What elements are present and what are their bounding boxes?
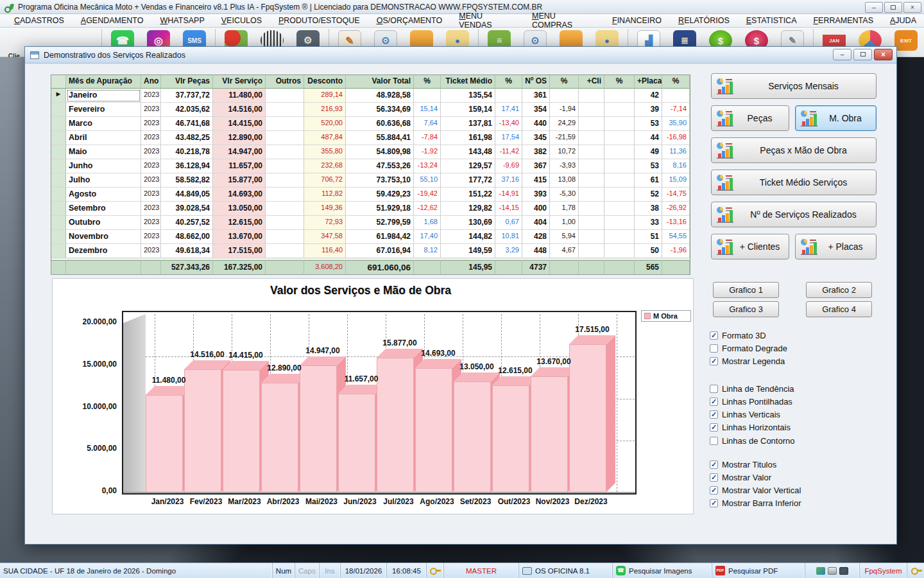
table-row-setembro[interactable]: Setembro202339.028,5413.050,00149,3651.9…: [51, 202, 690, 216]
dialog-close-button[interactable]: ×: [874, 49, 893, 60]
column-header-outros[interactable]: Outros: [266, 75, 304, 89]
checkbox-mostrar-barra-inferior[interactable]: ✓: [710, 499, 718, 507]
checkbox-mostrar-legenda[interactable]: ✓: [710, 357, 718, 365]
button-grafico-3[interactable]: Grafico 3: [713, 301, 779, 317]
table-row-julho[interactable]: Julho202358.582,8215.877,00706,7273.753,…: [51, 173, 690, 188]
column-header-pct_total[interactable]: %: [414, 75, 441, 89]
checkbox-row-formato-degrade[interactable]: Formato Degrade: [710, 343, 787, 353]
menu-os-or-amento[interactable]: OS/ORÇAMENTO: [369, 15, 450, 26]
side-button-pe-as-x-m-o-de-obra[interactable]: Peças x Mão de Obra: [711, 137, 877, 163]
side-button-pe-as[interactable]: Peças: [711, 105, 789, 131]
checkbox-row-mostrar-titulos[interactable]: ✓Mostrar Titulos: [710, 459, 776, 469]
toolbar-clientes-button[interactable]: Clie: [1, 29, 27, 60]
column-header-ano[interactable]: Ano: [141, 75, 161, 89]
checkbox-linha-de-tend-ncia[interactable]: [710, 385, 718, 393]
dialog-minimize-button[interactable]: –: [833, 49, 851, 60]
cell-os: 428: [522, 230, 550, 244]
menu-whatsapp[interactable]: WHATSAPP: [153, 15, 212, 26]
close-button[interactable]: ×: [903, 2, 921, 13]
table-row-abril[interactable]: Abril202343.482,2512.890,00487,8455.884,…: [51, 131, 690, 145]
table-row-outubro[interactable]: Outubro202340.257,5212.615,0072,9352.799…: [51, 216, 690, 230]
checkbox-row-linhas-horizontais[interactable]: ✓Linhas Horizontais: [710, 423, 791, 433]
button-grafico-4[interactable]: Grafico 4: [806, 301, 872, 317]
checkbox-row-linha-de-tend-ncia[interactable]: Linha de Tendência: [710, 383, 794, 394]
column-header-pct_placa[interactable]: %: [662, 75, 690, 89]
checkbox-row-mostrar-legenda[interactable]: ✓Mostrar Legenda: [710, 356, 785, 367]
column-header-pecas[interactable]: Vlr Peças: [161, 75, 213, 89]
side-button-placas[interactable]: + Placas: [795, 234, 877, 259]
printer-icon[interactable]: [828, 567, 837, 575]
column-header-servico[interactable]: Vlr Serviço: [213, 75, 266, 89]
search-pdf-button[interactable]: PDFPesquisar PDF: [712, 563, 805, 578]
sync-icon[interactable]: [816, 567, 825, 575]
table-row-maio[interactable]: Maio202340.218,7814.947,00355,8054.809,9…: [51, 145, 690, 159]
checkbox-linhas-pontilhadas[interactable]: ✓: [710, 398, 718, 406]
column-header-ticket[interactable]: Ticket Médio: [441, 75, 495, 89]
column-header-placa[interactable]: +Placa: [635, 75, 662, 89]
menu-produto-estoque[interactable]: PRODUTO/ESTOQUE: [271, 15, 368, 26]
column-header-os[interactable]: Nº OS: [522, 75, 550, 89]
side-button-m-obra[interactable]: M. Obra: [795, 105, 877, 131]
checkbox-row-linhas-verticais[interactable]: ✓Linhas Verticais: [710, 410, 780, 420]
menu-estatistica[interactable]: ESTATISTICA: [739, 15, 805, 26]
button-grafico-2[interactable]: Grafico 2: [806, 282, 872, 298]
button-grafico-1[interactable]: Grafico 1: [713, 282, 779, 298]
cell-pecas: 40.257,52: [161, 216, 213, 230]
menu-veiculos[interactable]: VEICULOS: [214, 15, 270, 26]
cell-pct_cli: [604, 131, 635, 145]
side-button-n-de-servi-os-realizados[interactable]: Nº de Serviços Realizados: [711, 202, 877, 227]
search-images-button[interactable]: ☎Pesquisar Imagens: [613, 563, 712, 578]
cell-ano: 2023: [141, 244, 161, 258]
column-header-pct_cli[interactable]: %: [604, 75, 635, 89]
bar-value-label: 11.657,00: [330, 374, 392, 383]
checkbox-formato-3d[interactable]: ✓: [710, 331, 718, 340]
menu-financeiro[interactable]: FINANCEIRO: [604, 15, 669, 26]
column-header-desconto[interactable]: Desconto: [304, 75, 346, 89]
side-button-clientes[interactable]: + Clientes: [711, 234, 789, 259]
table-row-agosto[interactable]: Agosto202344.849,0514.693,00112,8259.429…: [51, 188, 690, 202]
checkbox-mostrar-valor[interactable]: ✓: [710, 473, 718, 482]
dialog-titlebar[interactable]: Demonstrativo dos Serviços Realizados – …: [25, 47, 896, 64]
checkbox-row-linhas-de-contorno[interactable]: Linhas de Contorno: [710, 435, 794, 446]
table-row-fevereiro[interactable]: Fevereiro202342.035,6214.516,00216,9356.…: [51, 103, 690, 117]
minimize-button[interactable]: –: [865, 2, 883, 13]
checkbox-linhas-horizontais[interactable]: ✓: [710, 423, 718, 432]
side-button-ticket-m-dio-servi-os[interactable]: Ticket Médio Serviços: [711, 170, 877, 195]
sair-icon[interactable]: EXIT: [894, 30, 918, 51]
column-header-cli[interactable]: +Cli: [579, 75, 604, 89]
column-header-total[interactable]: Valor Total: [346, 75, 414, 89]
table-row-marco[interactable]: Marco202346.741,6814.415,00520,0060.636,…: [51, 117, 690, 131]
menu-agendamento[interactable]: AGENDAMENTO: [73, 15, 151, 26]
checkbox-row-formato-3d[interactable]: ✓Formato 3D: [710, 330, 766, 340]
table-row-junho[interactable]: Junho202336.128,9411.657,00232,6847.553,…: [51, 159, 690, 173]
column-header-pct_ticket[interactable]: %: [495, 75, 522, 89]
checkbox-row-mostrar-valor-vertical[interactable]: ✓Mostrar Valor Vertical: [710, 486, 801, 496]
cell-os: 367: [522, 159, 550, 173]
monitor-icon[interactable]: [839, 567, 848, 575]
chart-3d-floor: [123, 492, 637, 495]
menu-cadastros[interactable]: CADASTROS: [6, 15, 72, 26]
bar-value-label: 13.670,00: [523, 357, 585, 366]
maximize-button[interactable]: [884, 2, 902, 13]
table-row-novembro[interactable]: Novembro202348.662,0013.670,00347,5861.9…: [51, 230, 690, 244]
side-button-servi-os-mensais[interactable]: Serviços Mensais: [711, 73, 877, 99]
checkbox-mostrar-valor-vertical[interactable]: ✓: [710, 486, 718, 495]
y-axis-label: 10.000,00: [58, 402, 117, 411]
table-row-dezembro[interactable]: Dezembro202349.618,3417.515,00116,4067.0…: [51, 244, 690, 258]
column-header-mes[interactable]: Mês de Apuração: [66, 75, 141, 89]
menu-ajuda[interactable]: AJUDA: [882, 15, 924, 26]
cell-total: 47.553,26: [346, 159, 414, 173]
checkbox-linhas-de-contorno[interactable]: [710, 437, 718, 445]
dialog-restore-button[interactable]: [853, 49, 872, 60]
checkbox-formato-degrade[interactable]: [710, 344, 718, 353]
table-row-janeiro[interactable]: ►Janeiro202337.737,7211.480,00289,1448.9…: [51, 89, 690, 103]
menu-relat-rios[interactable]: RELATÓRIOS: [671, 15, 737, 26]
checkbox-row-mostrar-valor[interactable]: ✓Mostrar Valor: [710, 472, 771, 482]
chart-icon: [715, 206, 735, 223]
checkbox-mostrar-titulos[interactable]: ✓: [710, 460, 718, 469]
menu-ferramentas[interactable]: FERRAMENTAS: [805, 15, 881, 26]
checkbox-row-mostrar-barra-inferior[interactable]: ✓Mostrar Barra Inferior: [710, 498, 801, 509]
checkbox-linhas-verticais[interactable]: ✓: [710, 410, 718, 419]
checkbox-row-linhas-pontilhadas[interactable]: ✓Linhas Pontilhadas: [710, 396, 792, 407]
column-header-pct_os[interactable]: %: [550, 75, 579, 89]
